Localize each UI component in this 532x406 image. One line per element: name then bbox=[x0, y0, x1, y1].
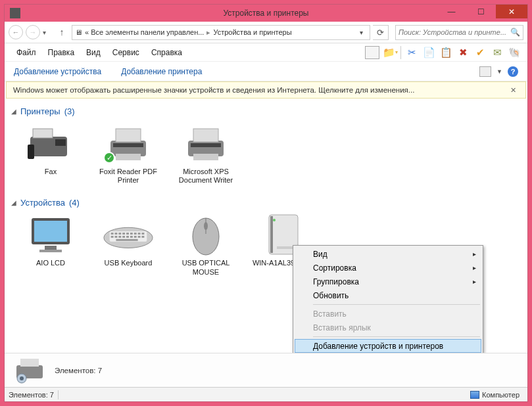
svg-rect-3 bbox=[28, 145, 34, 159]
menu-edit[interactable]: Правка bbox=[43, 47, 80, 58]
monitor-icon bbox=[24, 214, 77, 256]
address-dropdown-button[interactable]: ▾ bbox=[355, 29, 367, 36]
ctx-sort[interactable]: Сортировка bbox=[295, 261, 481, 275]
ctx-refresh[interactable]: Обновить bbox=[295, 288, 481, 302]
view-mode-button[interactable] bbox=[479, 66, 491, 77]
command-bar: Добавление устройства Добавление принтер… bbox=[5, 62, 527, 81]
mouse-icon bbox=[180, 214, 232, 256]
titlebar[interactable]: Устройства и принтеры — ☐ ✕ bbox=[5, 5, 527, 22]
info-bar[interactable]: Windows может отображать расширенные зна… bbox=[6, 81, 526, 99]
device-item-mouse[interactable]: USB OPTICAL MOUSE bbox=[170, 214, 241, 276]
search-icon[interactable]: 🔍 bbox=[510, 28, 520, 37]
default-check-badge: ✓ bbox=[103, 152, 115, 164]
svg-point-39 bbox=[204, 222, 208, 230]
svg-rect-23 bbox=[130, 233, 133, 235]
search-input[interactable] bbox=[399, 28, 510, 36]
ctx-paste: Вставить bbox=[295, 307, 481, 321]
cut-icon[interactable]: ✂ bbox=[405, 46, 418, 59]
fax-icon bbox=[24, 123, 77, 165]
svg-rect-19 bbox=[115, 233, 118, 235]
context-menu: Вид Сортировка Группировка Обновить Вста… bbox=[293, 245, 483, 353]
recent-locations-button[interactable]: ▾ bbox=[43, 29, 52, 36]
printer-icon bbox=[180, 123, 232, 165]
svg-rect-14 bbox=[45, 246, 57, 250]
paste-icon[interactable]: 📋 bbox=[439, 46, 452, 59]
item-label: Fax bbox=[45, 168, 57, 176]
svg-rect-26 bbox=[141, 233, 144, 235]
item-label: Foxit Reader PDF Printer bbox=[93, 168, 164, 185]
svg-rect-5 bbox=[116, 129, 141, 142]
svg-rect-27 bbox=[111, 236, 114, 238]
refresh-button[interactable]: ⟳ bbox=[373, 25, 389, 40]
toolbar-icons: 📁▾ ✂ 📄 📋 ✖ ✔ ✉ 🐚 bbox=[365, 46, 521, 59]
group-header-printers[interactable]: ◢ Принтеры (3) bbox=[6, 102, 526, 120]
svg-rect-35 bbox=[141, 236, 144, 238]
device-item-fax[interactable]: Fax bbox=[15, 123, 86, 185]
ctx-view[interactable]: Вид bbox=[295, 247, 481, 261]
svg-rect-33 bbox=[134, 236, 137, 238]
svg-rect-21 bbox=[122, 233, 125, 235]
address-bar[interactable]: 🖥 « Все элементы панели управлен... ▸ Ус… bbox=[72, 25, 370, 40]
menu-help[interactable]: Справка bbox=[146, 47, 187, 58]
device-item-xps[interactable]: Microsoft XPS Document Writer bbox=[170, 123, 241, 185]
collapse-icon[interactable]: ◢ bbox=[11, 199, 16, 206]
computer-icon bbox=[470, 391, 479, 399]
nav-bar: ← → ▾ ↑ 🖥 « Все элементы панели управлен… bbox=[5, 22, 527, 43]
svg-rect-31 bbox=[126, 236, 129, 238]
device-item-foxit[interactable]: ✓ Foxit Reader PDF Printer bbox=[93, 123, 164, 185]
device-item-keyboard[interactable]: USB Keyboard bbox=[93, 214, 164, 276]
view-mode-dropdown[interactable]: ▼ bbox=[496, 68, 502, 75]
group-header-devices[interactable]: ◢ Устройства (4) bbox=[6, 194, 526, 212]
add-printer-link[interactable]: Добавление принтера bbox=[121, 67, 202, 76]
svg-rect-36 bbox=[116, 239, 137, 241]
help-icon[interactable]: ? bbox=[508, 66, 518, 77]
infobar-close-button[interactable]: ✕ bbox=[507, 84, 519, 96]
item-label: AIO LCD bbox=[36, 259, 65, 267]
organize-icon[interactable] bbox=[365, 46, 379, 59]
item-label: Microsoft XPS Document Writer bbox=[170, 168, 241, 185]
ctx-group[interactable]: Группировка bbox=[295, 275, 481, 288]
keyboard-icon bbox=[102, 214, 155, 256]
svg-rect-32 bbox=[130, 236, 133, 238]
menu-view[interactable]: Вид bbox=[81, 47, 106, 58]
mail-icon[interactable]: ✉ bbox=[491, 46, 504, 59]
delete-icon[interactable]: ✖ bbox=[456, 46, 470, 59]
breadcrumb-item[interactable]: Устройства и принтеры bbox=[213, 28, 291, 36]
add-device-link[interactable]: Добавление устройства bbox=[14, 67, 101, 76]
svg-rect-10 bbox=[193, 154, 218, 160]
svg-rect-41 bbox=[270, 216, 273, 253]
shell-icon[interactable]: 🐚 bbox=[508, 46, 521, 59]
menu-service[interactable]: Сервис bbox=[107, 47, 145, 58]
forward-button[interactable]: → bbox=[26, 25, 40, 39]
minimize-button[interactable]: — bbox=[437, 5, 466, 18]
item-label: USB Keyboard bbox=[105, 259, 153, 267]
svg-rect-25 bbox=[138, 233, 141, 235]
infobar-text: Windows может отображать расширенные зна… bbox=[13, 86, 414, 94]
window-controls: — ☐ ✕ bbox=[437, 5, 527, 18]
item-label: USB OPTICAL MOUSE bbox=[170, 259, 241, 276]
search-box[interactable]: 🔍 bbox=[395, 25, 523, 40]
breadcrumb-item[interactable]: « Все элементы панели управлен... bbox=[85, 28, 204, 36]
content-pane[interactable]: ◢ Принтеры (3) Fax ✓ Foxit Reader PDF Pr… bbox=[5, 99, 527, 353]
copy-icon[interactable]: 📄 bbox=[422, 46, 435, 59]
group-name: Устройства bbox=[20, 198, 65, 208]
maximize-button[interactable]: ☐ bbox=[466, 5, 496, 18]
breadcrumb-sep: ▸ bbox=[206, 28, 210, 37]
up-button[interactable]: ↑ bbox=[55, 25, 69, 39]
ctx-add-devices-printers[interactable]: Добавление устройств и принтеров bbox=[295, 339, 481, 353]
menu-file[interactable]: Файл bbox=[11, 47, 41, 58]
status-computer: Компьютер bbox=[466, 391, 523, 399]
printer-icon: ✓ bbox=[102, 123, 155, 165]
group-count: (3) bbox=[64, 106, 75, 116]
menu-bar: Файл Правка Вид Сервис Справка 📁▾ ✂ 📄 📋 … bbox=[5, 43, 527, 62]
svg-rect-30 bbox=[122, 236, 125, 238]
back-button[interactable]: ← bbox=[9, 25, 23, 39]
device-item-monitor[interactable]: AIO LCD bbox=[15, 214, 86, 276]
ctx-paste-shortcut: Вставить ярлык bbox=[295, 321, 481, 334]
svg-rect-2 bbox=[55, 139, 66, 146]
svg-rect-18 bbox=[111, 233, 114, 235]
check-icon[interactable]: ✔ bbox=[473, 46, 487, 59]
close-button[interactable]: ✕ bbox=[496, 5, 527, 18]
collapse-icon[interactable]: ◢ bbox=[11, 108, 16, 115]
folder-icon[interactable]: 📁▾ bbox=[383, 46, 397, 59]
